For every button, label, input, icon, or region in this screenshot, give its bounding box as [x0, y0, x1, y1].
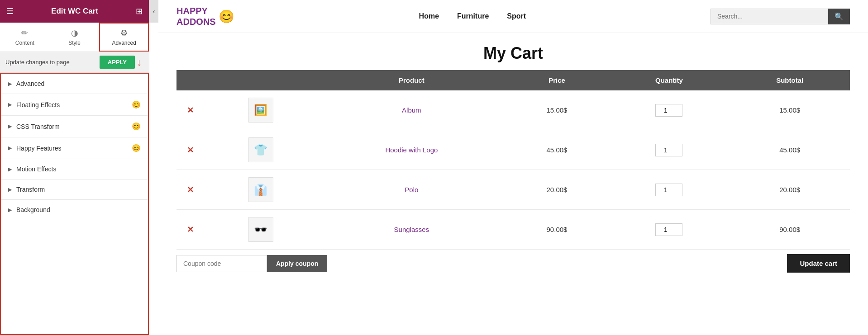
chevron-icon: ▶: [8, 187, 12, 193]
page-title: My Cart: [176, 44, 850, 63]
apply-button[interactable]: APPLY: [100, 56, 135, 69]
cart-header-row: Product Price Quantity Subtotal: [176, 70, 850, 90]
col-quantity: Quantity: [609, 70, 730, 90]
tab-style-label: Style: [68, 40, 81, 46]
tab-content[interactable]: ✏ Content: [0, 23, 50, 52]
product-name-1: Album: [402, 106, 421, 114]
cart-table: Product Price Quantity Subtotal ✕ 🖼️ Alb…: [176, 70, 850, 250]
col-img: [204, 70, 318, 90]
price-3: 20.00$: [547, 186, 568, 193]
top-bar: ☰ Edit WC Cart ⊞: [0, 0, 149, 23]
section-background-label: Background: [16, 206, 50, 213]
section-background[interactable]: ▶ Background: [1, 200, 148, 220]
coupon-section: Apply coupon: [176, 255, 327, 272]
grid-icon[interactable]: ⊞: [136, 6, 143, 16]
cart-container: Product Price Quantity Subtotal ✕ 🖼️ Alb…: [158, 70, 868, 286]
product-name-2: Hoodie with Logo: [385, 146, 438, 154]
tab-advanced[interactable]: ⚙ Advanced: [99, 23, 149, 52]
col-product: Product: [318, 70, 505, 90]
section-floating-effects[interactable]: ▶ Floating Effects 😊: [1, 94, 148, 116]
chevron-icon: ▶: [8, 102, 12, 108]
chevron-icon: ▶: [8, 166, 12, 172]
coupon-input[interactable]: [176, 255, 267, 272]
section-css-label: CSS Transform: [16, 123, 60, 130]
product-img-3: 👔: [248, 177, 273, 202]
qty-input-3[interactable]: [655, 184, 682, 196]
product-img-4: 🕶️: [248, 217, 273, 242]
subtotal-1: 15.00$: [779, 106, 800, 114]
cart-row-1: ✕ 🖼️ Album 15.00$ 15.00$: [176, 90, 850, 130]
section-transform[interactable]: ▶ Transform: [1, 179, 148, 200]
section-advanced-label: Advanced: [16, 80, 44, 87]
price-2: 45.00$: [547, 146, 568, 154]
search-input[interactable]: [711, 9, 828, 24]
addon-icon-floating: 😊: [132, 100, 141, 109]
section-transform-label: Transform: [16, 186, 45, 193]
section-happy-label: Happy Features: [16, 145, 62, 152]
tabs-row: ✏ Content ◑ Style ⚙ Advanced: [0, 23, 149, 52]
chevron-icon: ▶: [8, 207, 12, 213]
search-button[interactable]: 🔍: [828, 9, 850, 24]
subtotal-2: 45.00$: [779, 146, 800, 154]
logo-text: HAPPYADDONS 😊: [176, 5, 234, 27]
logo-emoji: 😊: [219, 9, 234, 24]
hamburger-icon[interactable]: ☰: [6, 6, 14, 16]
advanced-icon: ⚙: [120, 28, 128, 38]
cart-row-2: ✕ 👕 Hoodie with Logo 45.00$ 45.00$: [176, 130, 850, 170]
cart-row-3: ✕ 👔 Polo 20.00$ 20.00$: [176, 170, 850, 210]
section-floating-label: Floating Effects: [16, 101, 60, 109]
arrow-down-icon: ↓: [137, 57, 142, 68]
nav-furniture[interactable]: Furniture: [457, 12, 489, 20]
tab-advanced-label: Advanced: [112, 40, 136, 46]
remove-btn-4[interactable]: ✕: [187, 225, 194, 234]
update-cart-button[interactable]: Update cart: [787, 254, 850, 273]
price-1: 15.00$: [547, 106, 568, 114]
remove-btn-2[interactable]: ✕: [187, 146, 194, 155]
qty-input-1[interactable]: [655, 104, 682, 117]
product-img-2: 👕: [248, 137, 273, 162]
col-price: Price: [505, 70, 608, 90]
content-icon: ✏: [21, 28, 28, 38]
chevron-icon: ▶: [8, 123, 12, 129]
nav-sport[interactable]: Sport: [507, 12, 526, 20]
remove-btn-3[interactable]: ✕: [187, 185, 194, 194]
qty-input-2[interactable]: [655, 144, 682, 156]
product-name-4: Sunglasses: [394, 226, 429, 233]
cart-row-4: ✕ 🕶️ Sunglasses 90.00$ 90.00$: [176, 210, 850, 250]
page-title-section: My Cart: [158, 33, 868, 70]
cart-footer: Apply coupon Update cart: [176, 254, 850, 273]
qty-input-4[interactable]: [655, 223, 682, 236]
product-name-3: Polo: [405, 186, 418, 193]
chevron-icon: ▶: [8, 145, 12, 151]
col-remove: [176, 70, 204, 90]
update-bar: Update changes to page APPLY ↓: [0, 52, 149, 73]
tab-style[interactable]: ◑ Style: [50, 23, 100, 52]
col-subtotal: Subtotal: [730, 70, 850, 90]
section-css-transform[interactable]: ▶ CSS Transform 😊: [1, 116, 148, 137]
section-happy-features[interactable]: ▶ Happy Features 😊: [1, 137, 148, 159]
section-advanced[interactable]: ▶ Advanced: [1, 74, 148, 94]
site-nav: Home Furniture Sport: [419, 12, 526, 20]
section-motion-label: Motion Effects: [16, 165, 56, 173]
chevron-icon: ▶: [8, 81, 12, 87]
nav-home[interactable]: Home: [419, 12, 439, 20]
search-bar: 🔍: [711, 9, 850, 24]
subtotal-3: 20.00$: [779, 186, 800, 193]
update-text: Update changes to page: [5, 59, 70, 66]
site-header: HAPPYADDONS 😊 Home Furniture Sport 🔍: [158, 0, 868, 33]
site-logo: HAPPYADDONS 😊: [176, 5, 234, 27]
addon-icon-css: 😊: [132, 122, 141, 131]
logo-text-block: HAPPYADDONS: [176, 5, 216, 27]
tab-content-label: Content: [15, 40, 34, 46]
remove-btn-1[interactable]: ✕: [187, 106, 194, 115]
right-panel: HAPPYADDONS 😊 Home Furniture Sport 🔍 My …: [158, 0, 868, 335]
apply-coupon-button[interactable]: Apply coupon: [267, 255, 327, 272]
price-4: 90.00$: [547, 226, 568, 233]
collapse-toggle[interactable]: ‹: [149, 0, 158, 23]
addon-icon-happy: 😊: [132, 144, 141, 152]
section-motion-effects[interactable]: ▶ Motion Effects: [1, 159, 148, 179]
sections-list: ▶ Advanced ▶ Floating Effects 😊 ▶ CSS Tr…: [0, 73, 149, 335]
panel-title: Edit WC Cart: [51, 7, 98, 16]
product-img-1: 🖼️: [248, 98, 273, 123]
subtotal-4: 90.00$: [779, 226, 800, 233]
